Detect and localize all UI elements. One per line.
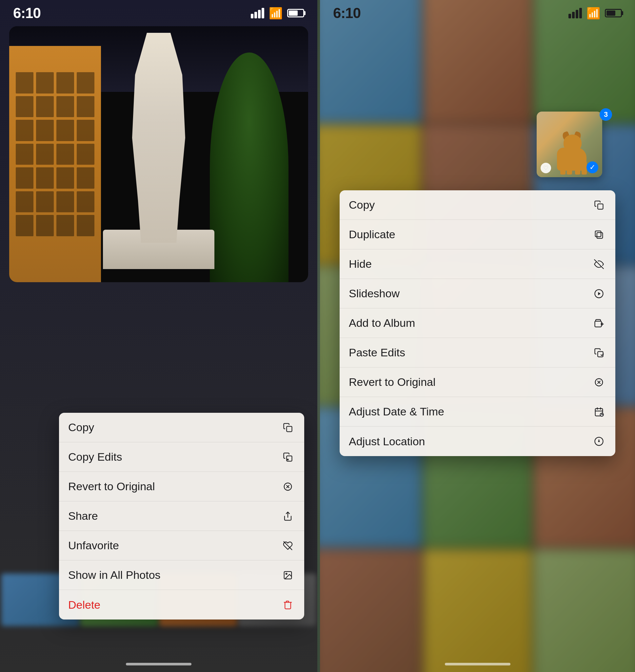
- menu-item-delete[interactable]: Delete: [59, 590, 304, 620]
- svg-rect-1: [286, 456, 292, 461]
- window: [77, 191, 94, 213]
- heart-button[interactable]: ♡: [541, 163, 551, 173]
- right-menu-copy-label: Copy: [349, 198, 375, 211]
- right-menu-adjust-date-label: Adjust Date & Time: [349, 405, 444, 418]
- window: [36, 144, 54, 165]
- menu-item-unfavorite[interactable]: Unfavorite: [59, 531, 304, 561]
- paste-edits-icon: [592, 345, 606, 360]
- right-menu-slideshow-label: Slideshow: [349, 287, 400, 300]
- location-icon: [592, 434, 606, 448]
- window: [16, 167, 34, 189]
- main-photo[interactable]: [9, 26, 308, 282]
- menu-item-revert-label: Revert to Original: [68, 480, 155, 493]
- building-left: [9, 46, 101, 282]
- window: [16, 191, 34, 213]
- window: [57, 191, 74, 213]
- svg-marker-13: [598, 292, 601, 295]
- left-status-icons: 📶: [251, 6, 304, 20]
- right-menu-duplicate-label: Duplicate: [349, 228, 395, 241]
- revert-icon: [281, 479, 295, 494]
- duplicate-icon: [592, 227, 606, 242]
- right-menu-item-adjust-location[interactable]: Adjust Location: [340, 426, 615, 456]
- window: [57, 120, 74, 141]
- svg-rect-14: [595, 321, 601, 327]
- window: [57, 167, 74, 189]
- window: [77, 144, 94, 165]
- dog-leg: [575, 162, 580, 174]
- copy-edits-icon: [281, 450, 295, 464]
- menu-item-show-all-photos[interactable]: Show in All Photos: [59, 561, 304, 590]
- right-status-bar: 6:10 📶: [320, 0, 635, 26]
- right-menu-add-album-label: Add to Album: [349, 317, 415, 330]
- menu-item-copy-edits-label: Copy Edits: [68, 450, 122, 463]
- context-menu-right: Copy Duplicate Hide: [340, 190, 615, 456]
- menu-item-copy[interactable]: Copy: [59, 413, 304, 442]
- wifi-icon: 📶: [269, 6, 283, 20]
- window: [77, 72, 94, 93]
- svg-point-7: [286, 573, 287, 574]
- window: [77, 167, 94, 189]
- left-status-bar: 6:10 📶: [0, 0, 318, 26]
- window: [16, 72, 34, 93]
- window: [77, 215, 94, 236]
- left-phone-panel: 6:10 📶: [0, 0, 318, 672]
- right-menu-item-copy[interactable]: Copy: [340, 190, 615, 220]
- left-status-time: 6:10: [13, 5, 41, 21]
- signal-bars-icon: [251, 8, 264, 18]
- svg-rect-0: [286, 426, 292, 432]
- right-menu-item-slideshow[interactable]: Slideshow: [340, 279, 615, 309]
- battery-fill: [289, 10, 298, 16]
- trash-icon: [281, 597, 295, 612]
- dog-photo-thumbnail[interactable]: ♡ ✓: [537, 111, 602, 177]
- window: [16, 120, 34, 141]
- right-phone-panel: 6:10 📶 3: [320, 0, 635, 672]
- battery-icon: [287, 9, 304, 17]
- window: [36, 120, 54, 141]
- photos-icon: [281, 568, 295, 583]
- selected-photo-thumb[interactable]: 3 ♡ ✓: [537, 111, 609, 187]
- right-menu-paste-edits-label: Paste Edits: [349, 346, 405, 359]
- right-copy-icon: [592, 198, 606, 212]
- hide-icon: [592, 257, 606, 271]
- right-menu-item-duplicate[interactable]: Duplicate: [340, 220, 615, 249]
- right-status-icons: 📶: [568, 6, 622, 20]
- window: [57, 96, 74, 118]
- right-menu-item-paste-edits[interactable]: Paste Edits: [340, 338, 615, 368]
- dog-leg: [560, 162, 566, 174]
- context-menu-left: Copy Copy Edits Revert to Original: [59, 413, 304, 620]
- right-menu-revert-label: Revert to Original: [349, 376, 436, 388]
- dog-leg: [582, 162, 587, 174]
- window: [57, 215, 74, 236]
- right-revert-icon: [592, 375, 606, 390]
- right-status-time: 6:10: [333, 5, 360, 21]
- right-menu-item-add-to-album[interactable]: Add to Album: [340, 309, 615, 338]
- svg-rect-17: [598, 352, 603, 357]
- album-icon: [592, 316, 606, 331]
- window: [16, 96, 34, 118]
- right-battery-fill: [607, 10, 615, 16]
- menu-item-share[interactable]: Share: [59, 501, 304, 531]
- left-home-indicator: [126, 663, 192, 666]
- window: [36, 191, 54, 213]
- selection-count-badge: 3: [599, 108, 612, 121]
- copy-icon: [281, 420, 295, 435]
- right-signal-icon: [568, 8, 582, 18]
- right-battery-icon: [605, 9, 622, 17]
- right-menu-item-revert[interactable]: Revert to Original: [340, 368, 615, 397]
- right-menu-adjust-location-label: Adjust Location: [349, 435, 425, 448]
- menu-item-copy-label: Copy: [68, 421, 94, 434]
- svg-rect-8: [598, 204, 603, 209]
- right-menu-item-adjust-date-time[interactable]: Adjust Date & Time: [340, 397, 615, 426]
- menu-item-delete-label: Delete: [68, 598, 100, 611]
- statue-center: [129, 33, 188, 243]
- window: [77, 96, 94, 118]
- window: [16, 144, 34, 165]
- menu-item-revert[interactable]: Revert to Original: [59, 472, 304, 501]
- svg-rect-10: [595, 231, 601, 236]
- window: [57, 72, 74, 93]
- tree-right: [210, 52, 288, 282]
- menu-item-copy-edits[interactable]: Copy Edits: [59, 442, 304, 472]
- svg-rect-9: [597, 232, 603, 238]
- selection-checkmark[interactable]: ✓: [587, 162, 598, 173]
- right-menu-item-hide[interactable]: Hide: [340, 249, 615, 279]
